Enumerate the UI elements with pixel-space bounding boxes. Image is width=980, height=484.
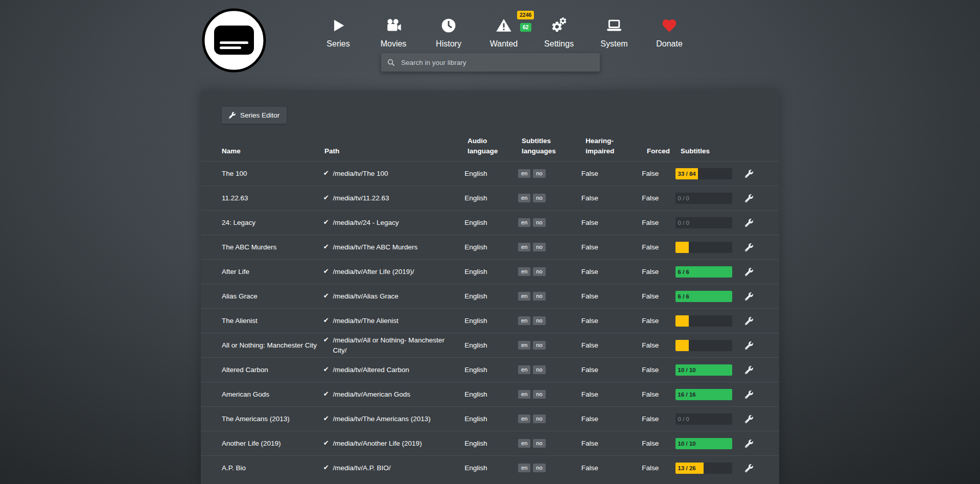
row-actions — [745, 194, 758, 202]
wrench-icon[interactable] — [745, 464, 753, 472]
wrench-icon[interactable] — [745, 292, 753, 301]
nav-item-movies[interactable]: Movies — [366, 17, 421, 49]
table-row: All or Nothing: Manchester City ✔/media/… — [201, 333, 779, 357]
language-chip: no — [533, 464, 545, 472]
nav-label: Movies — [381, 39, 407, 49]
row-actions — [745, 464, 758, 472]
forced-value: False — [642, 193, 675, 203]
check-icon: ✔ — [323, 169, 329, 178]
column-header-audio-language: Audio language — [468, 136, 522, 156]
wrench-icon[interactable] — [745, 170, 753, 178]
nav-item-wanted[interactable]: 2246 62 Wanted — [476, 17, 531, 49]
progress-bar: 10 / 10 — [675, 438, 732, 449]
table-row: Another Life (2019) ✔/media/tv/Another L… — [201, 431, 779, 455]
series-path: ✔/media/tv/Another Life (2019) — [323, 439, 465, 449]
column-header-name: Name — [222, 146, 324, 156]
series-name[interactable]: The Americans (2013) — [222, 414, 323, 424]
subtitles-languages: enno — [518, 169, 581, 178]
series-name[interactable]: A.P. Bio — [222, 463, 323, 473]
nav-label: History — [436, 39, 461, 49]
nav-label: Series — [326, 39, 349, 49]
wrench-icon[interactable] — [745, 268, 753, 276]
subtitles-cell: 13 / 26 — [675, 463, 745, 474]
subtitles-cell: 10 / 10 — [675, 438, 745, 449]
check-icon: ✔ — [323, 291, 329, 301]
series-editor-label: Series Editor — [240, 111, 279, 119]
series-name[interactable]: Alias Grace — [222, 291, 323, 302]
path-text: /media/tv/Another Life (2019) — [333, 439, 422, 449]
movie-camera-icon — [385, 17, 402, 37]
wrench-icon[interactable] — [745, 415, 753, 423]
check-icon: ✔ — [323, 193, 329, 203]
check-icon: ✔ — [323, 218, 329, 227]
column-header-subtitles: Subtitles — [681, 146, 751, 156]
series-name[interactable]: 24: Legacy — [222, 218, 323, 228]
forced-value: False — [642, 267, 675, 277]
language-chip: en — [518, 439, 530, 448]
audio-language: English — [464, 291, 518, 302]
nav-item-series[interactable]: Series — [311, 17, 366, 49]
progress-fill — [675, 340, 689, 351]
subtitles-languages: enno — [518, 341, 581, 350]
nav-item-settings[interactable]: Settings — [531, 17, 587, 49]
table-row: After Life ✔/media/tv/After Life (2019)/… — [201, 259, 779, 284]
wrench-icon[interactable] — [745, 440, 753, 448]
laptop-icon — [606, 17, 622, 37]
hearing-impaired-value: False — [581, 267, 642, 277]
progress-bar — [675, 315, 732, 327]
wrench-icon[interactable] — [745, 341, 753, 350]
series-path: ✔/media/tv/American Gods — [323, 389, 465, 400]
series-editor-button[interactable]: Series Editor — [222, 107, 287, 124]
series-name[interactable]: Altered Carbon — [222, 365, 323, 375]
wrench-icon[interactable] — [745, 317, 753, 325]
table-row: The ABC Murders ✔/media/tv/The ABC Murde… — [201, 235, 779, 259]
app-logo[interactable] — [201, 7, 267, 74]
series-name[interactable]: 11.22.63 — [222, 193, 323, 203]
progress-label: 33 / 84 — [678, 168, 696, 179]
progress-bar: 0 / 0 — [675, 217, 732, 228]
nav-item-system[interactable]: System — [587, 17, 642, 49]
forced-value: False — [642, 463, 675, 473]
language-chip: no — [533, 243, 545, 251]
row-actions — [745, 317, 758, 325]
nav-item-history[interactable]: History — [421, 17, 476, 49]
hearing-impaired-value: False — [581, 218, 642, 228]
audio-language: English — [464, 439, 518, 449]
row-actions — [745, 366, 758, 374]
subtitles-languages: enno — [518, 316, 581, 325]
language-chip: no — [533, 292, 545, 301]
series-name[interactable]: American Gods — [222, 389, 323, 400]
progress-bar: 6 / 6 — [675, 266, 732, 278]
series-name[interactable]: The Alienist — [222, 316, 323, 326]
wrench-icon[interactable] — [745, 366, 753, 374]
wrench-icon[interactable] — [745, 390, 753, 399]
series-name[interactable]: The ABC Murders — [222, 242, 323, 252]
series-name[interactable]: Another Life (2019) — [222, 439, 323, 449]
table-row: The 100 ✔/media/tv/The 100 English enno … — [201, 161, 779, 186]
nav-item-donate[interactable]: Donate — [642, 17, 697, 49]
progress-bar: 6 / 6 — [675, 291, 732, 302]
subtitles-cell — [675, 315, 745, 327]
progress-bar: 13 / 26 — [675, 463, 732, 474]
series-table: Name Path Audio language Subtitles langu… — [201, 136, 779, 480]
wrench-icon[interactable] — [745, 243, 753, 251]
subtitles-cell: 33 / 84 — [675, 168, 745, 179]
subtitles-cell: 0 / 0 — [675, 413, 745, 425]
subtitles-languages: enno — [518, 439, 581, 448]
wanted-badge-top: 2246 — [517, 11, 534, 19]
series-path: ✔/media/tv/All or Nothing- Manchester Ci… — [323, 335, 465, 355]
series-name[interactable]: After Life — [222, 267, 323, 277]
progress-label: 10 / 10 — [678, 364, 696, 376]
hearing-impaired-value: False — [581, 193, 642, 203]
series-name[interactable]: All or Nothing: Manchester City — [222, 340, 323, 351]
language-chip: en — [518, 194, 530, 202]
series-name[interactable]: The 100 — [222, 169, 323, 179]
warning-icon — [496, 17, 512, 37]
wrench-icon[interactable] — [745, 194, 753, 202]
play-icon — [330, 17, 346, 37]
audio-language: English — [464, 193, 518, 203]
search-input[interactable] — [400, 58, 594, 67]
wrench-icon[interactable] — [745, 219, 753, 227]
series-path: ✔/media/tv/Altered Carbon — [323, 365, 465, 375]
series-path: ✔/media/tv/The Alienist — [323, 316, 465, 326]
